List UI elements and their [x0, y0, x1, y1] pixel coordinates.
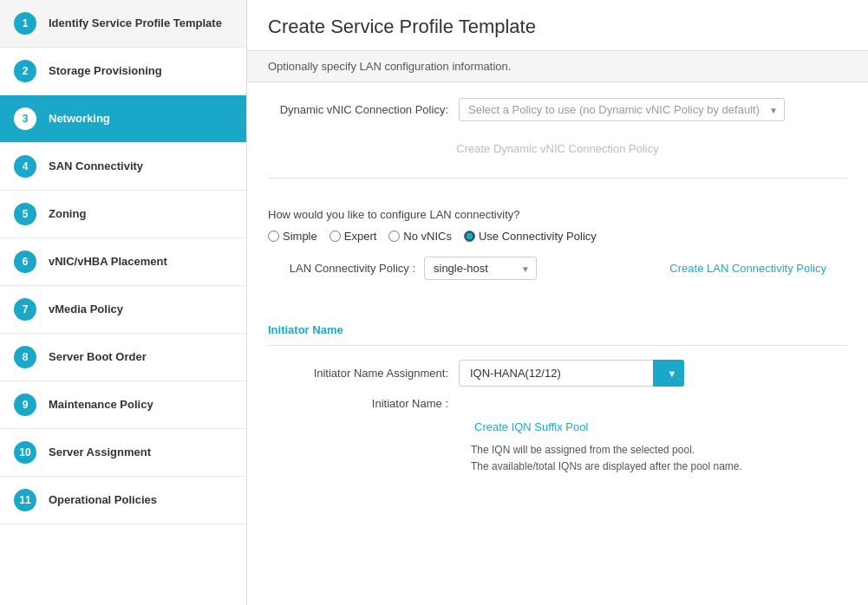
sidebar-label-7: vMedia Policy — [49, 302, 123, 317]
lan-radio-group: Simple Expert No vNICs Use Connectivity … — [268, 230, 847, 243]
lan-policy-select[interactable]: single-host — [424, 257, 537, 280]
sidebar-item-1[interactable]: 1 Identify Service Profile Template — [0, 0, 246, 48]
sidebar-label-3: Networking — [49, 112, 110, 127]
radio-simple-input[interactable] — [268, 231, 279, 242]
step-number-5: 5 — [14, 203, 36, 225]
sidebar-label-8: Server Boot Order — [49, 350, 147, 365]
sidebar-label-11: Operational Policies — [49, 493, 157, 508]
step-number-6: 6 — [14, 250, 36, 273]
step-number-4: 4 — [14, 155, 36, 178]
lan-policy-row: LAN Connectivity Policy : single-host Cr… — [268, 257, 847, 280]
sidebar-label-4: SAN Connectivity — [49, 159, 143, 174]
info-bar: Optionally specify LAN configuration inf… — [247, 51, 868, 82]
radio-simple-label: Simple — [283, 230, 317, 243]
sidebar-item-9[interactable]: 9 Maintenance Policy — [0, 381, 246, 429]
initiator-name-label: Initiator Name : — [268, 397, 459, 410]
radio-novnics-input[interactable] — [388, 231, 400, 242]
sidebar-item-7[interactable]: 7 vMedia Policy — [0, 286, 246, 334]
sidebar-label-1: Identify Service Profile Template — [49, 16, 222, 31]
sidebar-item-10[interactable]: 10 Server Assignment — [0, 429, 246, 477]
step-number-3: 3 — [14, 107, 36, 130]
lan-policy-select-wrapper: single-host — [424, 257, 537, 280]
step-number-2: 2 — [14, 60, 36, 82]
sidebar-item-4[interactable]: 4 SAN Connectivity — [0, 143, 246, 191]
sidebar-item-6[interactable]: 6 vNIC/vHBA Placement — [0, 238, 246, 286]
create-iqn-link-row: Create IQN Suffix Pool — [460, 420, 847, 433]
radio-useconn-input[interactable] — [464, 231, 475, 242]
lan-question: How would you like to configure LAN conn… — [268, 208, 847, 221]
sidebar-label-2: Storage Provisioning — [49, 64, 162, 79]
initiator-assignment-select[interactable]: IQN-HANA(12/12) — [459, 360, 684, 387]
divider-1 — [268, 178, 847, 179]
sidebar-label-5: Zoning — [49, 207, 86, 222]
initiator-section: Initiator Name Initiator Name Assignment… — [247, 309, 868, 475]
sidebar-item-5[interactable]: 5 Zoning — [0, 191, 246, 238]
main-content: Create Service Profile Template Optional… — [247, 0, 868, 605]
dynamic-vnic-section: Dynamic vNIC Connection Policy: Select a… — [247, 82, 868, 208]
radio-novnics[interactable]: No vNICs — [388, 230, 452, 243]
radio-expert-input[interactable] — [330, 231, 341, 242]
help-text-line2: The available/total IQNs are displayed a… — [471, 460, 742, 472]
step-number-1: 1 — [14, 12, 36, 35]
initiator-assignment-select-wrapper: IQN-HANA(12/12) — [459, 360, 684, 387]
sidebar-label-6: vNIC/vHBA Placement — [49, 255, 167, 270]
radio-expert[interactable]: Expert — [330, 230, 377, 243]
dynamic-vnic-row: Dynamic vNIC Connection Policy: Select a… — [268, 98, 847, 121]
sidebar: 1 Identify Service Profile Template 2 St… — [0, 0, 247, 605]
radio-novnics-label: No vNICs — [403, 230, 452, 243]
sidebar-item-2[interactable]: 2 Storage Provisioning — [0, 48, 246, 95]
sidebar-item-3[interactable]: 3 Networking — [0, 95, 246, 143]
step-number-11: 11 — [14, 489, 36, 511]
initiator-section-header: Initiator Name — [268, 318, 847, 346]
step-number-7: 7 — [14, 298, 36, 321]
dynamic-vnic-select[interactable]: Select a Policy to use (no Dynamic vNIC … — [459, 98, 785, 121]
sidebar-label-10: Server Assignment — [49, 446, 151, 460]
initiator-name-row: Initiator Name : — [268, 397, 847, 410]
initiator-assignment-row: Initiator Name Assignment: IQN-HANA(12/1… — [268, 360, 847, 387]
create-lan-policy-link[interactable]: Create LAN Connectivity Policy — [669, 262, 826, 275]
step-number-10: 10 — [14, 441, 36, 464]
dynamic-vnic-label: Dynamic vNIC Connection Policy: — [268, 103, 459, 116]
dynamic-vnic-select-wrapper: Select a Policy to use (no Dynamic vNIC … — [459, 98, 785, 121]
info-bar-text: Optionally specify LAN configuration inf… — [268, 60, 511, 73]
step-number-9: 9 — [14, 394, 36, 416]
sidebar-label-9: Maintenance Policy — [49, 398, 153, 413]
create-dynamic-vnic-link[interactable]: Create Dynamic vNIC Connection Policy — [268, 135, 847, 171]
help-text: The IQN will be assigned from the select… — [471, 442, 847, 475]
lan-policy-label: LAN Connectivity Policy : — [268, 262, 415, 275]
radio-useconn[interactable]: Use Connectivity Policy — [464, 230, 597, 243]
page-title: Create Service Profile Template — [247, 0, 868, 51]
help-text-line1: The IQN will be assigned from the select… — [471, 444, 695, 456]
initiator-assignment-label: Initiator Name Assignment: — [268, 367, 459, 380]
radio-expert-label: Expert — [344, 230, 377, 243]
step-number-8: 8 — [14, 346, 36, 368]
lan-config-section: How would you like to configure LAN conn… — [247, 208, 868, 309]
radio-useconn-label: Use Connectivity Policy — [479, 230, 597, 243]
radio-simple[interactable]: Simple — [268, 230, 317, 243]
sidebar-item-11[interactable]: 11 Operational Policies — [0, 477, 246, 524]
create-iqn-link[interactable]: Create IQN Suffix Pool — [474, 420, 588, 433]
sidebar-item-8[interactable]: 8 Server Boot Order — [0, 334, 246, 381]
